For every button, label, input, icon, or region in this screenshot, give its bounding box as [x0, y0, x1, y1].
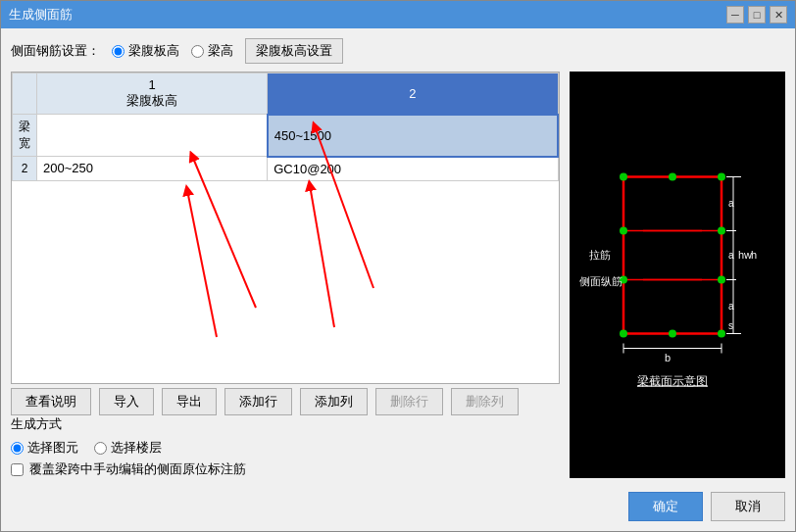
beam-diagram: 拉筋 侧面纵筋 h hw a a a s	[570, 72, 785, 478]
svg-point-18	[669, 330, 676, 338]
radio-label-2: 梁高	[208, 42, 233, 60]
svg-text:拉筋: 拉筋	[589, 249, 611, 261]
svg-point-12	[718, 330, 725, 338]
svg-line-3	[187, 190, 217, 337]
content-area: 侧面钢筋设置： 梁腹板高 梁高 梁腹板高设置	[1, 28, 795, 531]
gen-title: 生成方式	[11, 415, 560, 433]
title-bar-buttons: ─ □ ✕	[726, 6, 787, 24]
minimize-button[interactable]: ─	[726, 6, 744, 24]
cancel-button[interactable]: 取消	[711, 492, 785, 521]
export-button[interactable]: 导出	[162, 388, 217, 415]
delete-col-button[interactable]: 删除列	[451, 388, 519, 415]
gen-option-label-1: 选择图元	[27, 439, 78, 457]
row2-col1[interactable]: 200~250	[37, 157, 268, 181]
gen-option-2[interactable]: 选择楼层	[94, 439, 162, 457]
checkbox-row: 覆盖梁跨中手动编辑的侧面原位标注筋	[11, 460, 560, 478]
svg-point-17	[669, 173, 676, 181]
data-table: 1 梁腹板高 2	[12, 73, 559, 181]
svg-point-13	[620, 227, 627, 235]
confirm-button[interactable]: 确定	[628, 492, 703, 521]
svg-rect-4	[623, 177, 721, 334]
svg-text:s: s	[728, 320, 733, 331]
footer-buttons: 确定 取消	[11, 492, 785, 521]
col2-header: 2	[268, 73, 558, 115]
svg-point-16	[718, 276, 725, 284]
radio-group: 梁腹板高 梁高	[112, 42, 233, 60]
svg-point-11	[620, 330, 627, 338]
svg-text:梁截面示意图: 梁截面示意图	[637, 374, 708, 388]
title-bar: 生成侧面筋 ─ □ ✕	[1, 1, 795, 28]
svg-line-2	[310, 185, 334, 327]
table-row: 2 200~250 GC10@200	[13, 157, 559, 181]
diagram-panel: 拉筋 侧面纵筋 h hw a a a s	[570, 72, 785, 478]
svg-point-10	[718, 173, 725, 181]
checkbox-label: 覆盖梁跨中手动编辑的侧面原位标注筋	[29, 460, 246, 478]
main-window: 生成侧面筋 ─ □ ✕ 侧面钢筋设置： 梁腹板高 梁高 梁腹板高设置	[0, 0, 796, 532]
setting-button[interactable]: 梁腹板高设置	[245, 38, 343, 64]
gen-options-row: 选择图元 选择楼层	[11, 439, 560, 457]
generation-section: 生成方式 选择图元 选择楼层 覆盖梁跨中手动编辑的侧面原位标注筋	[11, 415, 560, 478]
maximize-button[interactable]: □	[748, 6, 766, 24]
radio-select-element[interactable]	[11, 442, 24, 455]
svg-text:b: b	[665, 352, 671, 363]
radio-item-2[interactable]: 梁高	[191, 42, 233, 60]
col1-header: 1 梁腹板高	[37, 73, 268, 115]
add-row-button[interactable]: 添加行	[224, 388, 292, 415]
col1-sub: 梁腹板高	[126, 93, 177, 108]
row2-num: 2	[13, 157, 37, 181]
window-title: 生成侧面筋	[9, 6, 73, 24]
row1-col2[interactable]: 450~1500	[268, 115, 558, 157]
svg-point-15	[718, 227, 725, 235]
setting-label: 侧面钢筋设置：	[11, 42, 100, 60]
table-row: 梁宽 450~1500	[13, 115, 559, 157]
add-col-button[interactable]: 添加列	[300, 388, 368, 415]
top-bar: 侧面钢筋设置： 梁腹板高 梁高 梁腹板高设置	[11, 38, 785, 64]
radio-select-floor[interactable]	[94, 442, 107, 455]
main-area: 1 梁腹板高 2	[11, 72, 785, 478]
left-panel: 1 梁腹板高 2	[11, 72, 560, 478]
gen-option-label-2: 选择楼层	[111, 439, 162, 457]
close-button[interactable]: ✕	[770, 6, 787, 24]
radio-label-1: 梁腹板高	[128, 42, 179, 60]
table-area: 1 梁腹板高 2	[11, 72, 560, 384]
radio-item-1[interactable]: 梁腹板高	[112, 42, 179, 60]
radio-beam-total-height[interactable]	[191, 45, 204, 58]
row1-col1[interactable]	[37, 115, 268, 157]
view-help-button[interactable]: 查看说明	[11, 388, 91, 415]
row-num-header: 梁宽	[13, 115, 37, 157]
delete-row-button[interactable]: 删除行	[375, 388, 443, 415]
row2-col2[interactable]: GC10@200	[268, 157, 558, 181]
svg-text:hw: hw	[738, 249, 752, 261]
override-checkbox[interactable]	[11, 463, 24, 476]
svg-text:侧面纵筋: 侧面纵筋	[579, 275, 622, 287]
gen-option-1[interactable]: 选择图元	[11, 439, 78, 457]
radio-beam-height[interactable]	[112, 45, 124, 58]
import-button[interactable]: 导入	[99, 388, 154, 415]
action-buttons: 查看说明 导入 导出 添加行 添加列 删除行 删除列	[11, 388, 560, 415]
svg-point-9	[620, 173, 627, 181]
corner-cell	[13, 73, 37, 115]
